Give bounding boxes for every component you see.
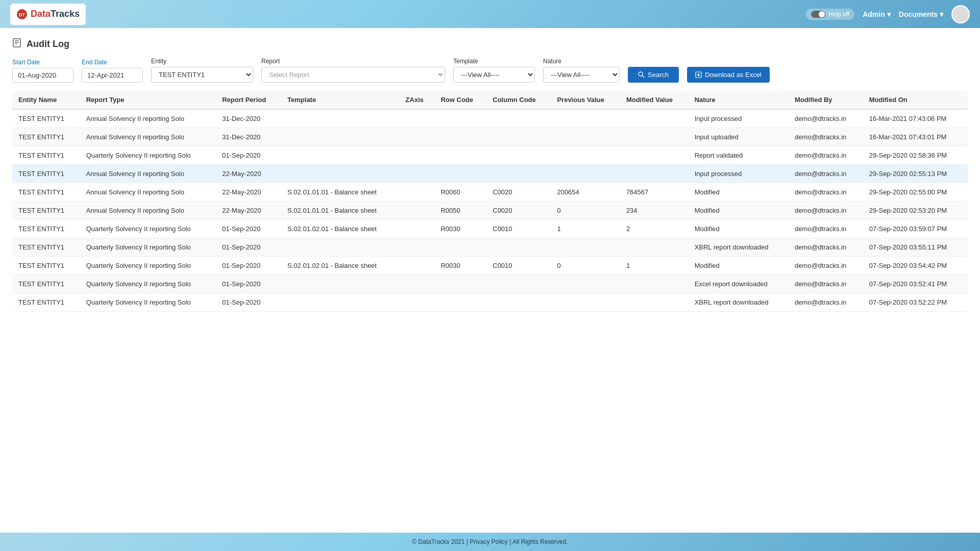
table-cell (551, 128, 620, 146)
table-cell (399, 146, 434, 165)
table-cell: 1 (620, 257, 689, 275)
documents-chevron-icon: ▾ (940, 10, 943, 18)
table-cell (399, 220, 434, 238)
table-cell: demo@dtracks.in (789, 275, 863, 293)
template-label: Template (453, 58, 535, 65)
start-date-input[interactable] (12, 68, 74, 83)
table-cell: 01-Sep-2020 (216, 275, 281, 293)
table-cell (620, 238, 689, 257)
table-cell: 29-Sep-2020 02:53:20 PM (863, 202, 968, 220)
table-cell: Annual Solvency II reporting Solo (80, 165, 216, 183)
table-cell: 01-Sep-2020 (216, 220, 281, 238)
page-title-row: Audit Log (12, 38, 968, 49)
col-header-modified-on: Modified On (863, 91, 968, 109)
table-row: TEST ENTITY1Annual Solvency II reporting… (12, 128, 968, 146)
table-cell: 01-Sep-2020 (216, 257, 281, 275)
table-cell: 31-Dec-2020 (216, 109, 281, 128)
table-cell: TEST ENTITY1 (12, 293, 80, 312)
table-cell (434, 293, 486, 312)
table-cell: S.02.01.01.01 - Balance sheet (281, 202, 399, 220)
table-cell (399, 293, 434, 312)
report-select[interactable]: Select Report (261, 67, 445, 83)
table-cell: Quarterly Solvency II reporting Solo (80, 220, 216, 238)
download-excel-button[interactable]: Download as Excel (687, 67, 770, 83)
table-cell: 200654 (551, 183, 620, 202)
col-header-entity-name: Entity Name (12, 91, 80, 109)
table-cell: 29-Sep-2020 02:55:00 PM (863, 183, 968, 202)
table-cell (551, 165, 620, 183)
page-title: Audit Log (27, 39, 69, 49)
table-cell: 07-Sep-2020 03:52:41 PM (863, 275, 968, 293)
table-cell: 0 (551, 257, 620, 275)
svg-point-6 (639, 72, 643, 76)
table-cell: Annual Solvency II reporting Solo (80, 183, 216, 202)
table-cell (399, 275, 434, 293)
col-header-previous-value: Previous Value (551, 91, 620, 109)
table-cell: demo@dtracks.in (789, 183, 863, 202)
table-cell: demo@dtracks.in (789, 202, 863, 220)
logo-tracks-text: Tracks (51, 9, 80, 19)
table-cell: Quarterly Solvency II reporting Solo (80, 257, 216, 275)
col-header-nature: Nature (689, 91, 789, 109)
table-cell: Annual Solvency II reporting Solo (80, 109, 216, 128)
documents-label: Documents (899, 10, 938, 18)
nature-select[interactable]: ---View All---- (543, 67, 620, 83)
table-cell: Modified (689, 202, 789, 220)
table-cell: TEST ENTITY1 (12, 238, 80, 257)
table-cell (551, 146, 620, 165)
table-cell (399, 257, 434, 275)
table-cell: TEST ENTITY1 (12, 257, 80, 275)
start-date-label: Start Date (12, 59, 74, 66)
table-cell: S.02.01.02.01 - Balance sheet (281, 257, 399, 275)
table-cell: Input processed (689, 109, 789, 128)
table-cell (486, 109, 551, 128)
end-date-label: End Date (82, 59, 143, 66)
col-header-modified-value: Modified Value (620, 91, 689, 109)
help-toggle[interactable]: Help off (806, 9, 854, 20)
table-cell (434, 165, 486, 183)
svg-line-7 (642, 76, 644, 78)
table-row: TEST ENTITY1Quarterly Solvency II report… (12, 275, 968, 293)
table-cell: demo@dtracks.in (789, 220, 863, 238)
table-cell: 2 (620, 220, 689, 238)
table-cell: R0060 (434, 183, 486, 202)
table-cell (551, 109, 620, 128)
logo: DT DataTracks (10, 4, 86, 25)
header-right: Help off Admin ▾ Documents ▾ (806, 5, 970, 23)
table-cell (486, 275, 551, 293)
search-button[interactable]: Search (628, 67, 679, 83)
documents-button[interactable]: Documents ▾ (899, 10, 943, 18)
nature-group: Nature ---View All---- (543, 58, 620, 83)
table-row: TEST ENTITY1Annual Solvency II reporting… (12, 165, 968, 183)
col-header-report-type: Report Type (80, 91, 216, 109)
table-cell (399, 238, 434, 257)
end-date-input[interactable] (82, 68, 143, 83)
entity-group: Entity TEST ENTITY1 (151, 58, 253, 83)
table-cell: TEST ENTITY1 (12, 146, 80, 165)
toggle-switch-icon[interactable] (811, 11, 825, 18)
admin-button[interactable]: Admin ▾ (863, 10, 891, 18)
table-cell: S.02.01.01.01 - Balance sheet (281, 183, 399, 202)
table-cell: demo@dtracks.in (789, 165, 863, 183)
avatar[interactable] (951, 5, 970, 23)
entity-select[interactable]: TEST ENTITY1 (151, 67, 253, 83)
table-cell: 07-Sep-2020 03:55:11 PM (863, 238, 968, 257)
table-cell: 01-Sep-2020 (216, 293, 281, 312)
col-header-zaxis: ZAxis (399, 91, 434, 109)
template-select[interactable]: ---View All---- (453, 67, 535, 83)
table-cell (399, 165, 434, 183)
search-btn-label: Search (648, 71, 669, 79)
table-cell: TEST ENTITY1 (12, 165, 80, 183)
table-cell (486, 146, 551, 165)
app-header: DT DataTracks Help off Admin ▾ Documents… (0, 0, 980, 28)
table-cell (434, 238, 486, 257)
table-cell (551, 275, 620, 293)
table-cell: 01-Sep-2020 (216, 238, 281, 257)
table-cell: TEST ENTITY1 (12, 275, 80, 293)
table-cell: XBRL report downloaded (689, 238, 789, 257)
table-cell (281, 146, 399, 165)
table-cell (281, 128, 399, 146)
table-cell: demo@dtracks.in (789, 257, 863, 275)
admin-label: Admin (863, 10, 885, 18)
end-date-group: End Date (82, 59, 143, 83)
